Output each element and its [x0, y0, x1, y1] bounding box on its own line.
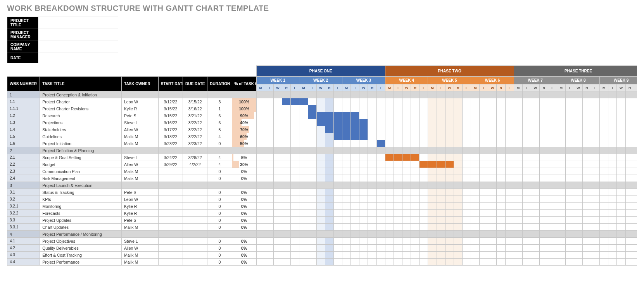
gantt-cell[interactable]	[342, 189, 351, 196]
gantt-cell[interactable]	[376, 140, 385, 147]
gantt-cell[interactable]	[557, 189, 565, 196]
gantt-cell[interactable]	[582, 182, 591, 189]
gantt-cell[interactable]	[420, 91, 428, 98]
gantt-cell[interactable]	[402, 245, 411, 252]
owner-cell[interactable]: Steve L	[122, 119, 159, 126]
gantt-cell[interactable]	[582, 161, 591, 168]
dur-cell[interactable]: 0	[207, 189, 232, 196]
wbs-cell[interactable]: 3	[7, 182, 40, 189]
gantt-cell[interactable]	[505, 231, 514, 238]
gantt-cell[interactable]	[274, 189, 282, 196]
dur-cell[interactable]: 3	[207, 98, 232, 105]
gantt-cell[interactable]	[591, 154, 600, 161]
gantt-cell[interactable]	[480, 112, 488, 119]
gantt-cell[interactable]	[574, 217, 582, 224]
gantt-cell[interactable]	[531, 196, 540, 203]
gantt-cell[interactable]	[488, 147, 497, 154]
gantt-cell[interactable]	[402, 210, 411, 217]
gantt-cell[interactable]	[600, 140, 608, 147]
gantt-cell[interactable]	[325, 196, 333, 203]
gantt-cell[interactable]	[600, 147, 608, 154]
title-cell[interactable]: Effort & Cost Tracking	[40, 252, 122, 259]
gantt-cell[interactable]	[591, 196, 600, 203]
wbs-cell[interactable]: 2.3	[7, 168, 40, 175]
gantt-cell[interactable]	[265, 126, 273, 133]
pct-cell[interactable]: 5%	[232, 154, 256, 161]
gantt-cell[interactable]	[574, 189, 582, 196]
gantt-cell[interactable]	[299, 203, 308, 210]
pct-cell[interactable]: 0%	[232, 168, 256, 175]
gantt-cell[interactable]	[574, 91, 582, 98]
gantt-cell[interactable]	[497, 112, 505, 119]
gantt-cell[interactable]	[437, 210, 445, 217]
gantt-cell[interactable]	[548, 259, 557, 266]
gantt-cell[interactable]	[445, 105, 454, 112]
gantt-cell[interactable]	[488, 133, 497, 140]
gantt-cell[interactable]	[420, 182, 428, 189]
gantt-cell[interactable]	[445, 182, 454, 189]
gantt-cell[interactable]	[308, 196, 316, 203]
gantt-cell[interactable]	[437, 91, 445, 98]
gantt-cell[interactable]	[514, 98, 522, 105]
gantt-cell[interactable]	[256, 238, 265, 245]
gantt-cell[interactable]	[437, 203, 445, 210]
gantt-cell[interactable]	[600, 133, 608, 140]
pct-cell[interactable]: 0%	[232, 189, 256, 196]
gantt-cell[interactable]	[291, 231, 299, 238]
title-cell[interactable]: Project Charter Revisions	[40, 105, 122, 112]
gantt-cell[interactable]	[523, 224, 531, 231]
gantt-cell[interactable]	[454, 119, 462, 126]
title-cell[interactable]: Risk Management	[40, 175, 122, 182]
owner-cell[interactable]: Allen W	[122, 126, 159, 133]
dur-cell[interactable]: 1	[207, 105, 232, 112]
gantt-cell[interactable]	[325, 182, 333, 189]
gantt-cell[interactable]	[394, 91, 402, 98]
gantt-cell[interactable]	[385, 196, 394, 203]
gantt-cell[interactable]	[608, 140, 617, 147]
start-cell[interactable]: 3/16/22	[158, 119, 183, 126]
gantt-cell[interactable]	[540, 231, 548, 238]
start-cell[interactable]: 3/18/22	[158, 133, 183, 140]
dur-cell[interactable]: 0	[207, 140, 232, 147]
gantt-cell[interactable]	[480, 182, 488, 189]
gantt-cell[interactable]	[608, 147, 617, 154]
gantt-cell[interactable]	[557, 203, 565, 210]
gantt-cell[interactable]	[531, 210, 540, 217]
gantt-cell[interactable]	[600, 189, 608, 196]
gantt-cell[interactable]	[608, 98, 617, 105]
gantt-cell[interactable]	[617, 217, 625, 224]
gantt-cell[interactable]	[582, 91, 591, 98]
gantt-cell[interactable]	[634, 217, 637, 224]
gantt-cell[interactable]	[523, 217, 531, 224]
gantt-cell[interactable]	[462, 91, 471, 98]
gantt-cell[interactable]	[557, 133, 565, 140]
gantt-cell[interactable]	[385, 238, 394, 245]
gantt-cell[interactable]	[505, 168, 514, 175]
gantt-cell[interactable]	[376, 147, 385, 154]
gantt-cell[interactable]	[565, 210, 574, 217]
gantt-cell[interactable]	[402, 140, 411, 147]
gantt-cell[interactable]	[325, 105, 333, 112]
gantt-cell[interactable]	[402, 224, 411, 231]
gantt-cell[interactable]	[291, 133, 299, 140]
gantt-cell[interactable]	[488, 224, 497, 231]
gantt-cell[interactable]	[394, 203, 402, 210]
gantt-cell[interactable]	[505, 189, 514, 196]
gantt-cell[interactable]	[359, 105, 368, 112]
pct-cell[interactable]: 40%	[232, 119, 256, 126]
pct-cell[interactable]: 60%	[232, 133, 256, 140]
gantt-cell[interactable]	[325, 154, 333, 161]
gantt-cell[interactable]	[385, 140, 394, 147]
gantt-cell[interactable]	[402, 91, 411, 98]
gantt-cell[interactable]	[582, 217, 591, 224]
gantt-cell[interactable]	[394, 231, 402, 238]
gantt-cell[interactable]	[454, 98, 462, 105]
pct-cell[interactable]: 30%	[232, 161, 256, 168]
gantt-cell[interactable]	[600, 112, 608, 119]
gantt-cell[interactable]	[523, 238, 531, 245]
gantt-cell[interactable]	[291, 91, 299, 98]
gantt-cell[interactable]	[359, 175, 368, 182]
gantt-cell[interactable]	[411, 252, 420, 259]
gantt-cell[interactable]	[428, 105, 437, 112]
gantt-cell[interactable]	[316, 175, 325, 182]
